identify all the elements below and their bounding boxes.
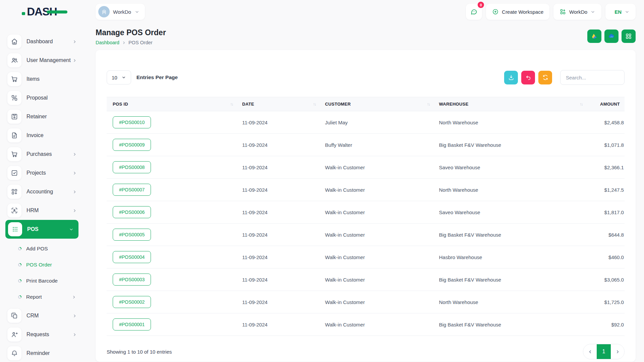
amount-cell: $644.8 xyxy=(586,232,625,238)
pos-id-link[interactable]: #POS00001 xyxy=(113,318,151,330)
grid-button[interactable] xyxy=(622,29,636,43)
logo-dash-bar xyxy=(47,10,67,13)
table-row: #POS0000611-09-2024Walk-in CustomerSaveo… xyxy=(107,201,625,224)
sidebar-item-proposal[interactable]: Proposal xyxy=(0,88,84,107)
chevron-right-icon xyxy=(72,39,77,44)
entries-per-page-value: 10 xyxy=(112,75,117,80)
showing-entries-text: Showing 1 to 10 of 10 entries xyxy=(107,349,172,355)
onedrive-icon xyxy=(608,33,615,40)
table-actions xyxy=(504,70,625,85)
workspace-selector[interactable]: WorkDo xyxy=(96,4,145,20)
customer-cell: Buffy Walter xyxy=(319,142,433,148)
table-body: #POS0001011-09-2024Juliet MayNorth Wareh… xyxy=(107,111,625,336)
sidebar-subitem-label: POS Order xyxy=(26,262,76,268)
amount-cell: $1,247.5 xyxy=(586,187,625,193)
sidebar-item-pos[interactable]: POS xyxy=(5,220,78,239)
messages-button[interactable]: 0 xyxy=(466,4,482,20)
column-header-warehouse[interactable]: WAREHOUSE↑↓ xyxy=(433,102,586,107)
pagination-next-button[interactable] xyxy=(611,344,624,359)
sidebar-item-dashboard[interactable]: Dashboard xyxy=(0,32,84,51)
pos-id-link[interactable]: #POS00006 xyxy=(113,206,151,218)
column-label: WAREHOUSE xyxy=(439,102,469,107)
sidebar-subitem-add-pos[interactable]: Add POS xyxy=(0,241,84,257)
sidebar-item-label: Purchases xyxy=(26,151,72,157)
customer-cell: Walk-in Customer xyxy=(319,232,433,238)
pos-id-link[interactable]: #POS00008 xyxy=(113,161,151,173)
pos-id-link[interactable]: #POS00010 xyxy=(113,116,151,128)
sidebar-item-reminder[interactable]: Reminder xyxy=(0,344,84,362)
sidebar-item-hrm[interactable]: HRM xyxy=(0,201,84,220)
sidebar-item-purchases[interactable]: Purchases xyxy=(0,145,84,164)
file-icon xyxy=(7,128,21,142)
column-header-customer[interactable]: CUSTOMER↑↓ xyxy=(319,102,433,107)
chevron-down-icon xyxy=(135,9,140,14)
sidebar-subitem-pos-order[interactable]: POS Order xyxy=(0,257,84,273)
date-cell: 11-09-2024 xyxy=(236,232,319,238)
workspace-dropdown[interactable]: WorkDo xyxy=(553,4,601,20)
entries-per-page-select[interactable]: 10 xyxy=(107,70,131,84)
undo-button[interactable] xyxy=(521,71,535,84)
pagination-page-1[interactable]: 1 xyxy=(597,344,611,359)
refresh-button[interactable] xyxy=(538,71,552,84)
pos-id-link[interactable]: #POS00007 xyxy=(113,184,151,196)
pos-id-link[interactable]: #POS00005 xyxy=(113,229,151,241)
pos-id-link[interactable]: #POS00009 xyxy=(113,139,151,151)
users-icon xyxy=(7,53,21,67)
sidebar-item-projects[interactable]: Projects xyxy=(0,164,84,182)
main-content: Manage POS Order Dashboard POS Order 10 … xyxy=(84,23,644,362)
table-row: #POS0001011-09-2024Juliet MayNorth Wareh… xyxy=(107,111,625,134)
column-label: DATE xyxy=(242,102,254,107)
date-cell: 11-09-2024 xyxy=(236,322,319,327)
workspace-avatar xyxy=(98,6,110,17)
table-row: #POS0000811-09-2024Walk-in CustomerSaveo… xyxy=(107,156,625,179)
sidebar-item-label: User Management xyxy=(26,57,72,63)
sidebar-subitem-label: Add POS xyxy=(26,246,76,252)
entries-per-page-label: Entries Per Page xyxy=(137,74,178,80)
sort-icon: ↑↓ xyxy=(230,102,233,107)
pos-id-link[interactable]: #POS00004 xyxy=(113,251,151,263)
warehouse-cell: Big Basket F&V Warehouse xyxy=(433,142,586,148)
search-input[interactable] xyxy=(560,70,625,85)
workspace-name: WorkDo xyxy=(113,9,131,15)
amount-cell: $2,366.1 xyxy=(586,165,625,170)
pos-id-link[interactable]: #POS00003 xyxy=(113,274,151,286)
pagination-prev-button[interactable] xyxy=(583,344,597,359)
sidebar-item-user-management[interactable]: User Management xyxy=(0,51,84,70)
table-row: #POS0000411-09-2024Walk-in CustomerHasbr… xyxy=(107,246,625,268)
sidebar-subitem-label: Report xyxy=(26,294,71,300)
amount-cell: $92.0 xyxy=(586,322,625,327)
column-header-pos-id[interactable]: POS ID↑↓ xyxy=(107,102,236,107)
bullet-icon xyxy=(18,279,21,283)
google-drive-button[interactable] xyxy=(587,29,601,43)
sidebar-item-invoice[interactable]: Invoice xyxy=(0,126,84,145)
sidebar-item-accounting[interactable]: Accounting xyxy=(0,182,84,201)
onedrive-button[interactable] xyxy=(604,29,619,43)
plus-circle-icon xyxy=(492,8,499,15)
warehouse-cell: Saveo Warehouse xyxy=(433,165,586,170)
table-row: #POS0000711-09-2024Walk-in CustomerNorth… xyxy=(107,179,625,201)
table-row: #POS0000211-09-2024Walk-in CustomerNorth… xyxy=(107,291,625,313)
chevron-down-icon xyxy=(590,9,595,14)
pos-id-link[interactable]: #POS00002 xyxy=(113,296,151,308)
breadcrumb-current: POS Order xyxy=(128,40,153,45)
sidebar-item-items[interactable]: Items xyxy=(0,70,84,88)
column-label: AMOUNT xyxy=(600,102,620,107)
column-header-date[interactable]: DATE↑↓ xyxy=(236,102,319,107)
chevron-right-icon xyxy=(72,58,77,63)
chat-icon xyxy=(470,8,478,15)
sidebar-subitem-report[interactable]: Report xyxy=(0,289,84,305)
breadcrumb-dashboard-link[interactable]: Dashboard xyxy=(96,40,119,45)
sidebar-item-retainer[interactable]: Retainer xyxy=(0,107,84,126)
person-scan-icon xyxy=(7,203,21,218)
sidebar-item-label: Proposal xyxy=(26,95,77,101)
sidebar-subitem-print-barcode[interactable]: Print Barcode xyxy=(0,273,84,289)
column-label: POS ID xyxy=(113,102,128,107)
amount-cell: $1,725.0 xyxy=(586,299,625,305)
sidebar-item-requests[interactable]: Requests xyxy=(0,325,84,344)
sidebar-item-crm[interactable]: CRM xyxy=(0,306,84,325)
language-dropdown[interactable]: EN xyxy=(605,4,636,20)
export-download-button[interactable] xyxy=(504,71,518,84)
date-cell: 11-09-2024 xyxy=(236,277,319,283)
create-workspace-button[interactable]: Create Workspace xyxy=(486,4,549,20)
cart-icon xyxy=(7,72,21,86)
